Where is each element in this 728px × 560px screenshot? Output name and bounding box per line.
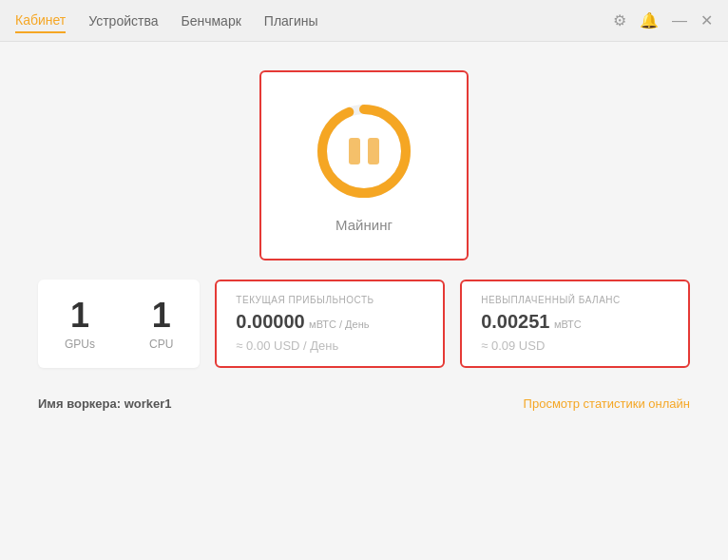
profit-usd: ≈ 0.00 USD / День (236, 338, 424, 353)
cpu-count: 1 (152, 297, 171, 335)
stats-online-link[interactable]: Просмотр статистики онлайн (524, 396, 690, 411)
gpus-count: 1 (70, 297, 89, 335)
close-icon[interactable]: ✕ (700, 11, 713, 29)
bell-icon[interactable]: 🔔 (640, 11, 659, 29)
pause-bar-right (368, 138, 379, 164)
pause-icon (349, 138, 379, 164)
profit-value-row: 0.00000 мВТС / День (236, 311, 424, 333)
gpus-label: GPUs (65, 338, 95, 351)
mining-circle (312, 99, 416, 203)
balance-unit: мВТС (554, 319, 582, 330)
mining-button[interactable]: Майнинг (259, 70, 469, 261)
stats-row: 1 GPUs 1 CPU ТЕКУЩАЯ ПРИБЫЛЬНОСТЬ 0.0000… (38, 280, 690, 368)
main-content: Майнинг 1 GPUs 1 CPU ТЕКУЩАЯ ПРИБЫЛЬНОСТ… (0, 42, 728, 430)
balance-value-row: 0.00251 мВТС (481, 311, 669, 333)
devices-group: 1 GPUs 1 CPU (38, 280, 200, 368)
mining-label: Майнинг (335, 217, 393, 233)
navbar: Кабинет Устройства Бенчмарк Плагины ⚙ 🔔 … (0, 0, 728, 42)
tab-ustrojstva[interactable]: Устройства (88, 10, 158, 32)
nav-actions: ⚙ 🔔 — ✕ (613, 11, 713, 29)
balance-usd: ≈ 0.09 USD (481, 338, 669, 353)
minimize-icon[interactable]: — (672, 12, 687, 29)
balance-title: НЕВЫПЛАЧЕННЫЙ БАЛАНС (481, 295, 669, 305)
tab-kabinet[interactable]: Кабинет (15, 9, 66, 33)
worker-label: Имя воркера: (38, 396, 121, 411)
balance-card: НЕВЫПЛАЧЕННЫЙ БАЛАНС 0.00251 мВТС ≈ 0.09… (460, 280, 690, 368)
settings-icon[interactable]: ⚙ (613, 11, 626, 29)
worker-name-value: worker1 (125, 396, 172, 411)
nav-tabs: Кабинет Устройства Бенчмарк Плагины (15, 9, 613, 33)
profit-unit: мВТС / День (309, 319, 369, 330)
tab-plaginy[interactable]: Плагины (264, 10, 318, 32)
profitability-card: ТЕКУЩАЯ ПРИБЫЛЬНОСТЬ 0.00000 мВТС / День… (215, 280, 445, 368)
tab-benchmak[interactable]: Бенчмарк (182, 10, 241, 32)
cpu-card: 1 CPU (123, 297, 200, 352)
worker-info: Имя воркера: worker1 (38, 396, 172, 411)
gpus-card: 1 GPUs (38, 297, 122, 352)
profit-title: ТЕКУЩАЯ ПРИБЫЛЬНОСТЬ (236, 295, 424, 305)
balance-value: 0.00251 (481, 311, 549, 332)
footer: Имя воркера: worker1 Просмотр статистики… (38, 396, 690, 411)
profit-value: 0.00000 (236, 311, 304, 332)
cpu-label: CPU (149, 338, 173, 351)
pause-bar-left (349, 138, 360, 164)
